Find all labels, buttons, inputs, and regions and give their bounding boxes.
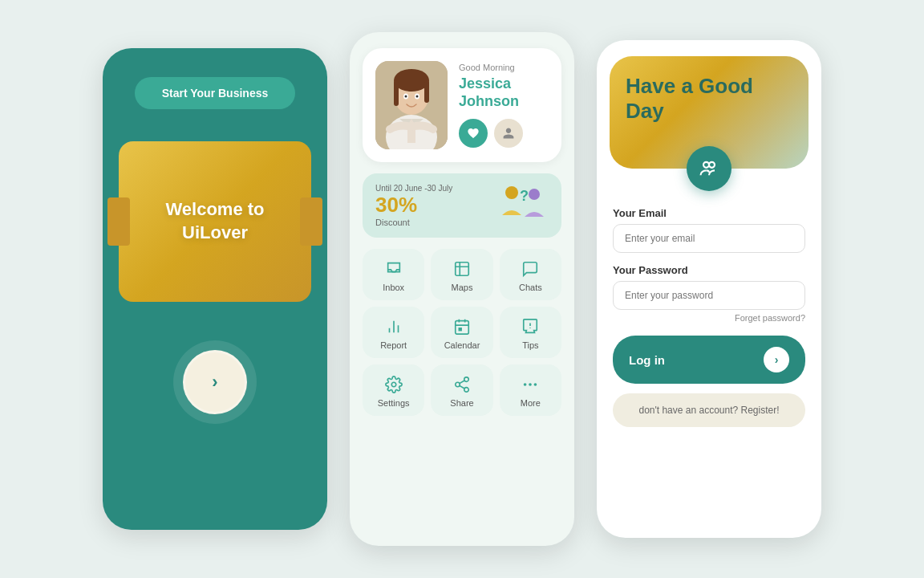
inbox-icon <box>385 260 403 278</box>
share-label: Share <box>450 398 473 408</box>
discount-dates: Until 20 June -30 July <box>375 184 452 193</box>
person-icon <box>502 127 515 140</box>
svg-point-20 <box>456 382 460 387</box>
profile-illustration <box>375 61 448 149</box>
settings-icon <box>385 376 403 393</box>
welcome-card: Welcome to UiLover <box>119 141 311 302</box>
heart-icon <box>467 127 480 140</box>
report-button[interactable]: Report <box>363 307 424 358</box>
next-button[interactable]: › <box>183 350 247 414</box>
discount-label: Discount <box>375 218 452 227</box>
chats-label: Chats <box>519 283 542 292</box>
more-label: More <box>521 398 541 408</box>
phone-3-frame: Have a Good Day Your Email Your Password… <box>597 40 821 538</box>
forget-password-link[interactable]: Forget password? <box>613 313 805 323</box>
top-gradient-banner: Have a Good Day <box>610 56 808 169</box>
chats-button[interactable]: Chats <box>500 249 561 300</box>
more-icon <box>521 376 539 393</box>
svg-point-23 <box>529 383 532 386</box>
tips-label: Tips <box>522 340 538 350</box>
phone-2-frame: Good Morning JessicaJohnson Until 20 Jun… <box>350 32 574 546</box>
svg-point-22 <box>524 383 527 386</box>
tips-icon <box>521 318 539 336</box>
calendar-button[interactable]: Calendar <box>431 307 492 358</box>
discount-percent: 30% <box>375 193 452 218</box>
login-label: Log in <box>629 353 665 367</box>
svg-point-10 <box>405 96 407 98</box>
report-icon <box>385 318 403 336</box>
profile-action-icons <box>459 119 549 148</box>
report-label: Report <box>380 340 407 350</box>
login-button[interactable]: Log in › <box>613 336 805 384</box>
inbox-button[interactable]: Inbox <box>363 249 424 300</box>
discount-info: Until 20 June -30 July 30% Discount <box>375 184 452 227</box>
share-icon <box>453 376 471 393</box>
inbox-label: Inbox <box>383 283 404 292</box>
welcome-text: Welcome to UiLover <box>165 198 264 244</box>
heart-button[interactable] <box>459 119 488 148</box>
phone-1-frame: Start Your Business Welcome to UiLover › <box>103 48 327 530</box>
maps-icon <box>453 260 471 278</box>
discount-illustration: ? <box>497 183 549 228</box>
maps-button[interactable]: Maps <box>431 249 492 300</box>
password-input[interactable] <box>613 281 805 310</box>
more-button[interactable]: More <box>500 364 561 416</box>
calendar-icon <box>453 318 471 336</box>
svg-rect-17 <box>459 328 461 331</box>
svg-rect-7 <box>424 80 429 103</box>
arrow-icon: › <box>212 372 217 393</box>
app-grid: Inbox Maps Chats Report Calend <box>363 249 561 416</box>
register-button[interactable]: don't have an account? Register! <box>613 393 805 427</box>
svg-rect-6 <box>394 80 399 106</box>
promo-illustration: ? <box>497 183 549 228</box>
profile-button[interactable] <box>494 119 523 148</box>
profile-info: Good Morning JessicaJohnson <box>459 63 549 147</box>
discount-card: Until 20 June -30 July 30% Discount ? <box>363 173 561 238</box>
profile-name: JessicaJohnson <box>459 75 549 110</box>
login-form: Your Email Your Password Forget password… <box>597 169 821 443</box>
start-business-button[interactable]: Start Your Business <box>135 77 295 109</box>
svg-point-26 <box>709 162 715 168</box>
profile-card: Good Morning JessicaJohnson <box>363 48 561 162</box>
svg-rect-16 <box>456 321 469 335</box>
svg-point-11 <box>416 96 419 98</box>
chats-icon <box>521 260 539 278</box>
tips-button[interactable]: Tips <box>500 307 561 358</box>
svg-point-12 <box>505 186 518 199</box>
svg-rect-15 <box>456 263 469 276</box>
calendar-label: Calendar <box>444 340 480 350</box>
team-icon <box>698 157 720 180</box>
svg-point-21 <box>464 388 469 393</box>
profile-picture <box>375 61 448 149</box>
share-button[interactable]: Share <box>431 364 492 416</box>
avatar-icon-circle <box>687 146 732 191</box>
svg-text:?: ? <box>520 188 529 204</box>
maps-label: Maps <box>452 283 473 292</box>
email-input[interactable] <box>613 224 805 253</box>
greeting-text: Good Morning <box>459 63 549 72</box>
svg-point-13 <box>529 189 540 200</box>
svg-point-5 <box>394 69 429 92</box>
svg-point-18 <box>391 382 396 387</box>
login-arrow-icon: › <box>764 347 789 372</box>
svg-point-24 <box>534 383 537 386</box>
password-label: Your Password <box>613 264 805 276</box>
settings-button[interactable]: Settings <box>363 364 424 416</box>
settings-label: Settings <box>378 398 410 408</box>
page-title: Have a Good Day <box>626 74 792 124</box>
email-label: Your Email <box>613 207 805 219</box>
svg-point-19 <box>464 377 469 382</box>
